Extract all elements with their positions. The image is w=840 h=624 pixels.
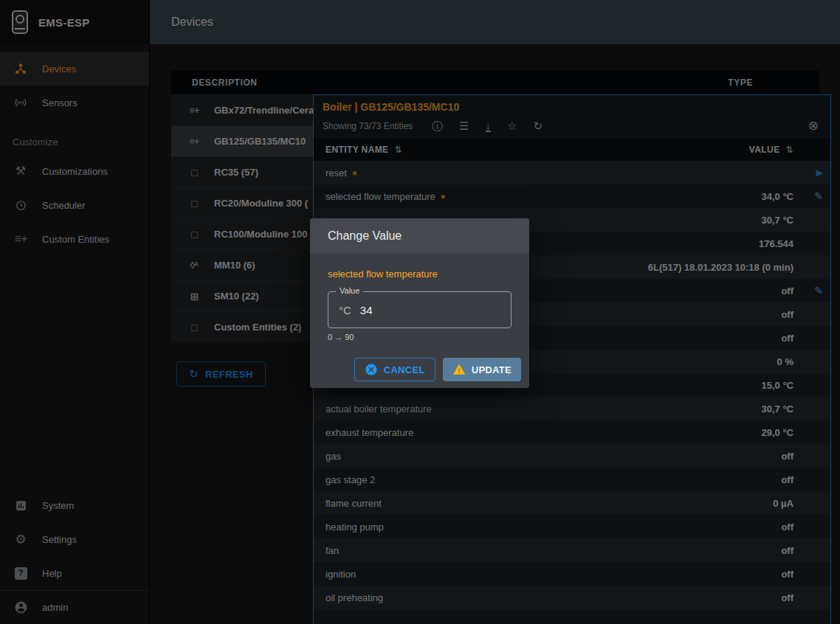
dialog-title: Change Value	[310, 218, 529, 254]
cancel-icon	[365, 363, 378, 376]
cancel-button[interactable]: CANCEL	[354, 358, 436, 381]
update-button[interactable]: UPDATE	[443, 358, 521, 381]
change-value-dialog: Change Value selected flow temperature V…	[310, 218, 529, 388]
value-field: Value °C	[328, 291, 512, 328]
warning-icon	[452, 363, 466, 376]
value-field-label: Value	[336, 286, 363, 295]
range-helper-text: 0 → 90	[328, 333, 512, 342]
dialog-entity-label: selected flow temperature	[328, 268, 512, 280]
value-input[interactable]	[360, 304, 500, 316]
unit-label: °C	[339, 304, 351, 316]
